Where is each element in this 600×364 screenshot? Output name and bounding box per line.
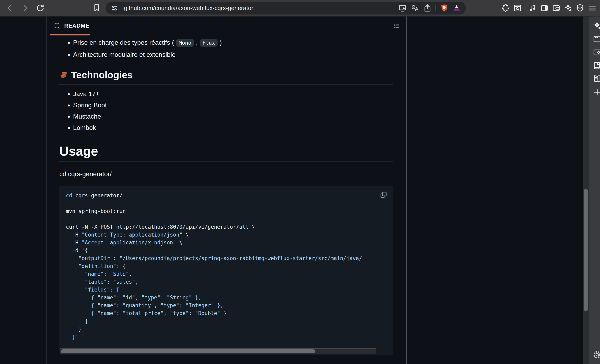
horizontal-scrollbar-thumb[interactable] bbox=[61, 349, 315, 353]
code-segment: "definition": { bbox=[66, 263, 126, 269]
bookmark-icon[interactable] bbox=[92, 3, 101, 12]
code-line: cd cqrs-generator/ bbox=[66, 192, 387, 199]
code-segment: -H bbox=[66, 240, 82, 246]
usage-intro-paragraph: cd cqrs-generator/ bbox=[59, 169, 393, 179]
url-text[interactable]: github.com/coundia/axon-webflux-cqrs-gen… bbox=[124, 5, 253, 11]
horizontal-scrollbar-track[interactable] bbox=[60, 348, 376, 354]
code-segment: }' bbox=[66, 334, 78, 340]
address-bar-actions bbox=[398, 4, 461, 12]
code-segment: { "name": "id", "type": "String" }, bbox=[66, 295, 201, 301]
site-settings-icon[interactable] bbox=[110, 4, 119, 12]
readme-tab-label[interactable]: README bbox=[64, 23, 89, 29]
nav-group bbox=[5, 0, 45, 16]
list-item-text: Java 17+ bbox=[73, 90, 99, 97]
tabs-window-icon[interactable] bbox=[592, 34, 600, 44]
code-line: }' bbox=[66, 333, 387, 341]
outline-list-icon[interactable] bbox=[393, 22, 400, 29]
code-segment: "table": "sales", bbox=[66, 279, 138, 285]
code-segment: '{ bbox=[82, 247, 88, 253]
code-line: mvn spring-boot:run bbox=[66, 207, 387, 215]
list-item-text: Spring Boot bbox=[73, 102, 107, 109]
list-item: Mustache bbox=[73, 112, 393, 121]
sidebar-toggle-icon[interactable] bbox=[540, 3, 549, 13]
readme-content: Prise en charge des types réactifs (Mono… bbox=[47, 38, 406, 364]
code-line: "fields": [ bbox=[66, 286, 387, 294]
copy-code-button[interactable] bbox=[380, 191, 388, 199]
settings-gear-icon[interactable] bbox=[592, 350, 600, 360]
list-item-text: Mustache bbox=[73, 113, 101, 120]
browser-toolbar: github.com/coundia/axon-webflux-cqrs-gen… bbox=[0, 0, 600, 17]
readme-header: README bbox=[47, 17, 406, 35]
code-segment: { "name": "total_price", "type": "Double… bbox=[66, 310, 226, 316]
code-line: "name": "Sale", bbox=[66, 270, 387, 278]
list-item: Lombok bbox=[73, 123, 393, 132]
menu-hamburger-icon[interactable] bbox=[587, 3, 597, 13]
media-control-icon[interactable] bbox=[528, 3, 537, 13]
code-lines: cd cqrs-generator/mvn spring-boot:runcur… bbox=[66, 192, 387, 341]
inline-code-flux: Flux bbox=[200, 39, 218, 47]
share-icon[interactable] bbox=[423, 4, 432, 12]
code-line: } bbox=[66, 325, 387, 333]
code-line: -H "Content-Type: application/json" \ bbox=[66, 231, 387, 239]
code-line: ] bbox=[66, 317, 387, 325]
code-line: { "name": "total_price", "type": "Double… bbox=[66, 309, 387, 317]
code-segment: "outputDir": "/Users/pcoundia/projects/s… bbox=[66, 255, 362, 261]
code-line: -H "Accept: application/x-ndjson" \ bbox=[66, 239, 387, 247]
brave-browser-window: { "browser": { "url": "github.com/coundi… bbox=[0, 0, 600, 364]
code-segment: \ bbox=[176, 240, 182, 246]
code-line bbox=[66, 199, 387, 207]
address-bar[interactable]: github.com/coundia/axon-webflux-cqrs-gen… bbox=[105, 2, 466, 15]
toolbar-extensions-group bbox=[501, 0, 597, 16]
intro-bullet-list: Prise en charge des types réactifs (Mono… bbox=[59, 38, 393, 59]
code-line: { "name": "id", "type": "String" }, bbox=[66, 294, 387, 302]
code-segment: "Accept: application/x-ndjson" bbox=[82, 240, 176, 246]
wallet-card-icon[interactable] bbox=[592, 47, 600, 57]
technologies-list: Java 17+ Spring Boot Mustache Lombok bbox=[59, 89, 393, 132]
code-line: "outputDir": "/Users/pcoundia/projects/s… bbox=[66, 254, 387, 262]
code-segment: "Content-Type: application/json" bbox=[82, 232, 182, 238]
technologies-title: Technologies bbox=[71, 69, 133, 81]
list-item-text: Prise en charge des types réactifs ( bbox=[73, 39, 174, 46]
list-item: Architecture modulaire et extensible bbox=[73, 50, 393, 59]
code-line: { "name": "quantity", "type": "Integer" … bbox=[66, 302, 387, 309]
wallet-icon[interactable] bbox=[552, 3, 561, 13]
list-item: Java 17+ bbox=[73, 89, 393, 98]
code-segment: \ bbox=[182, 232, 189, 238]
vpn-shield-icon[interactable] bbox=[575, 3, 585, 13]
code-segment: cd bbox=[66, 192, 72, 198]
brave-sidebar bbox=[589, 17, 600, 364]
back-icon[interactable] bbox=[5, 4, 14, 12]
code-line: -d '{ bbox=[66, 247, 387, 254]
leo-ai-icon[interactable] bbox=[563, 3, 573, 13]
code-segment: cqrs-generator/ bbox=[72, 192, 122, 198]
toolbar-separator bbox=[525, 5, 525, 11]
list-item-text: Lombok bbox=[73, 124, 96, 131]
brick-emoji bbox=[59, 70, 69, 80]
brave-shield-icon[interactable] bbox=[440, 4, 449, 12]
code-line bbox=[66, 215, 387, 223]
code-segment: ] bbox=[66, 318, 88, 324]
list-item-text: Architecture modulaire et extensible bbox=[73, 51, 176, 58]
translate-icon[interactable] bbox=[411, 4, 419, 12]
book-icon bbox=[53, 22, 61, 29]
reload-icon[interactable] bbox=[36, 4, 45, 12]
code-line: "definition": { bbox=[66, 262, 387, 270]
page-scrollbar-thumb[interactable] bbox=[584, 189, 588, 311]
reading-list-icon[interactable] bbox=[592, 74, 600, 84]
page-scrollbar-track[interactable] bbox=[583, 17, 589, 364]
code-segment: mvn spring-boot:run bbox=[66, 208, 126, 214]
code-line: "table": "sales", bbox=[66, 278, 387, 286]
code-segment: "fields": [ bbox=[66, 287, 119, 293]
list-item: Prise en charge des types réactifs (Mono… bbox=[73, 38, 393, 47]
extensions-icon[interactable] bbox=[501, 3, 510, 13]
save-page-icon[interactable] bbox=[398, 4, 407, 12]
brave-rewards-icon[interactable] bbox=[452, 4, 461, 12]
leo-ai-icon[interactable] bbox=[592, 21, 600, 31]
search-tabs-icon[interactable] bbox=[513, 3, 522, 13]
sidebar-icons-column bbox=[589, 17, 600, 97]
code-segment: -H bbox=[66, 232, 82, 238]
forward-icon[interactable] bbox=[20, 4, 29, 12]
bookmarks-book-icon[interactable] bbox=[592, 61, 600, 70]
add-panel-icon[interactable] bbox=[592, 87, 600, 97]
active-tab-underline bbox=[50, 34, 90, 36]
